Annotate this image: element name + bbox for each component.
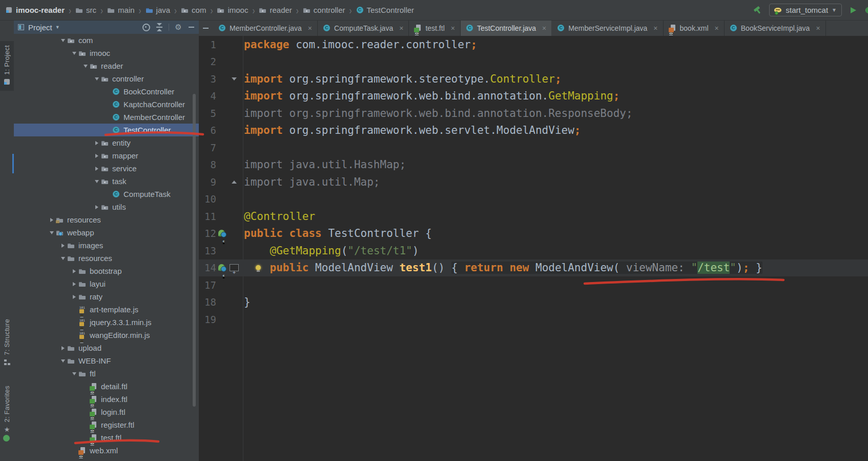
tree-item-reader[interactable]: reader <box>14 59 199 72</box>
tree-item-upload[interactable]: upload <box>14 342 199 354</box>
tree-item-resources[interactable]: resources <box>14 252 199 265</box>
breadcrumb-com[interactable]: com <box>180 5 207 15</box>
breadcrumb-imooc[interactable]: imooc <box>216 5 249 15</box>
close-icon[interactable]: × <box>308 24 312 32</box>
expand-arrow[interactable] <box>48 231 56 234</box>
close-icon[interactable]: × <box>451 24 455 32</box>
hide-panel-icon[interactable] <box>188 23 196 31</box>
spring-bean-icon[interactable] <box>218 264 226 272</box>
tree-item-index-ftl[interactable]: index.ftl <box>14 393 199 406</box>
expand-arrow[interactable] <box>93 77 101 81</box>
project-panel-title[interactable]: Project <box>28 23 52 32</box>
tree-item-art-template-js[interactable]: art-template.js <box>14 303 199 316</box>
expand-arrow[interactable] <box>81 65 90 68</box>
expand-arrow[interactable] <box>70 269 78 273</box>
tree-item-bootstrap[interactable]: bootstrap <box>14 265 199 277</box>
breadcrumb-src[interactable]: src <box>74 5 97 15</box>
expand-arrow[interactable] <box>59 244 67 248</box>
tree-scrollbar[interactable] <box>193 94 196 407</box>
folded-region[interactable]: { return new ModelAndView( viewName: "/t… <box>451 262 762 274</box>
close-icon[interactable]: × <box>816 24 820 32</box>
close-icon[interactable]: × <box>715 24 719 32</box>
gutter-bean-icon[interactable] <box>216 264 229 272</box>
hide-tool-window-button[interactable] <box>199 21 213 36</box>
expand-arrow[interactable] <box>59 257 67 260</box>
close-icon[interactable]: × <box>542 24 546 32</box>
tree-item-test-ftl[interactable]: test.ftl <box>14 431 199 444</box>
tree-item-bookcontroller[interactable]: BookController <box>14 85 199 98</box>
expand-arrow[interactable] <box>93 205 101 209</box>
lightbulb-icon[interactable] <box>254 265 262 273</box>
gutter-bean-icon[interactable] <box>216 229 229 237</box>
expand-arrow[interactable] <box>93 167 101 171</box>
chevron-down-icon[interactable]: ▼ <box>55 25 60 30</box>
expand-arrow[interactable] <box>59 359 67 363</box>
tree-item-membercontroller[interactable]: MemberController <box>14 111 199 124</box>
breadcrumb-java[interactable]: java <box>144 5 172 15</box>
tree-item-jquery-3-3-1-min-js[interactable]: jquery.3.3.1.min.js <box>14 316 199 329</box>
tree-item-mapper[interactable]: mapper <box>14 149 199 162</box>
fold-slot[interactable] <box>229 264 240 271</box>
tab-test-ftl[interactable]: test.ftl× <box>409 21 461 36</box>
tree-item-ftl[interactable]: ftl <box>14 367 199 380</box>
expand-arrow[interactable] <box>70 372 78 375</box>
expand-arrow[interactable] <box>70 52 78 55</box>
tree-item-entity[interactable]: entity <box>14 136 199 149</box>
debug-button[interactable] <box>864 6 868 14</box>
expand-arrow[interactable] <box>59 39 67 42</box>
expand-arrow[interactable] <box>70 295 78 299</box>
intention-bulb[interactable] <box>254 263 262 275</box>
tree-item-utils[interactable]: utils <box>14 201 199 213</box>
tree-item-resources[interactable]: resources <box>14 213 199 226</box>
tree-item-item[interactable] <box>14 457 199 461</box>
tab-membercontroller-java[interactable]: MemberController.java× <box>213 21 318 36</box>
tree-item-layui[interactable]: layui <box>14 277 199 290</box>
expand-arrow[interactable] <box>93 141 101 145</box>
tab-computetask-java[interactable]: ComputeTask.java× <box>318 21 409 36</box>
stripe-structure-button[interactable]: 7: Structure <box>0 319 14 367</box>
locate-file-icon[interactable] <box>142 23 150 31</box>
expand-arrow[interactable] <box>48 218 56 222</box>
run-button[interactable] <box>849 6 857 14</box>
tree-item-webapp[interactable]: webapp <box>14 226 199 239</box>
tree-item-testcontroller[interactable]: TestController <box>14 124 199 136</box>
expand-arrow[interactable] <box>59 346 67 350</box>
tree-item-kaptchacontroller[interactable]: KaptchaController <box>14 98 199 111</box>
collapse-all-icon[interactable] <box>155 23 163 31</box>
stripe-favorites-button[interactable]: 2: Favorites <box>0 386 14 434</box>
fold-slot[interactable] <box>229 181 240 184</box>
fold-region-end-icon[interactable] <box>232 181 237 184</box>
breadcrumb-testcontroller[interactable]: TestController <box>355 5 416 15</box>
breadcrumb-controller[interactable]: controller <box>302 5 346 15</box>
tab-testcontroller-java[interactable]: TestController.java× <box>461 21 552 36</box>
fold-slot[interactable] <box>229 77 240 81</box>
expand-arrow[interactable] <box>93 180 101 183</box>
tree-item-register-ftl[interactable]: register.ftl <box>14 418 199 431</box>
expand-arrow[interactable] <box>93 154 101 158</box>
tree-item-images[interactable]: images <box>14 239 199 252</box>
tree-item-service[interactable]: service <box>14 162 199 175</box>
close-icon[interactable]: × <box>653 24 657 32</box>
tree-item-controller[interactable]: controller <box>14 72 199 85</box>
tree-item-imooc[interactable]: imooc <box>14 47 199 59</box>
tab-bookserviceimpl-java[interactable]: BookServiceImpl.java× <box>725 21 826 36</box>
spring-bean-icon[interactable] <box>218 229 226 237</box>
tab-book-xml[interactable]: book.xml× <box>664 21 725 36</box>
breadcrumb-reader[interactable]: reader <box>258 5 293 15</box>
tree-item-computetask[interactable]: ComputeTask <box>14 188 199 201</box>
tree-item-detail-ftl[interactable]: detail.ftl <box>14 380 199 393</box>
expand-arrow[interactable] <box>70 282 78 286</box>
tree-item-web-inf[interactable]: WEB-INF <box>14 354 199 367</box>
stripe-project-button[interactable]: 1: Project <box>0 41 14 91</box>
tree-item-com[interactable]: com <box>14 34 199 47</box>
tree-item-web-xml[interactable]: web.xml <box>14 444 199 457</box>
run-config-dropdown[interactable]: start_tomcat ▼ <box>769 4 842 16</box>
gear-icon[interactable] <box>174 23 182 31</box>
breadcrumb-main[interactable]: main <box>106 5 136 15</box>
close-icon[interactable]: × <box>399 24 403 32</box>
tree-item-wangeditor-min-js[interactable]: wangEditor.min.js <box>14 329 199 342</box>
tree-item-login-ftl[interactable]: login.ftl <box>14 406 199 418</box>
editor[interactable]: 1package com.imooc.reader.controller;23i… <box>199 36 868 461</box>
tab-memberserviceimpl-java[interactable]: MemberServiceImpl.java× <box>552 21 663 36</box>
build-hammer-icon[interactable] <box>754 6 762 14</box>
